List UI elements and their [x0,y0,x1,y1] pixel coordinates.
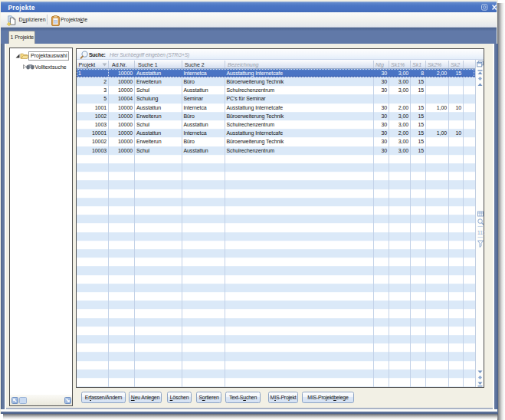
svg-text:115: 115 [477,230,484,235]
